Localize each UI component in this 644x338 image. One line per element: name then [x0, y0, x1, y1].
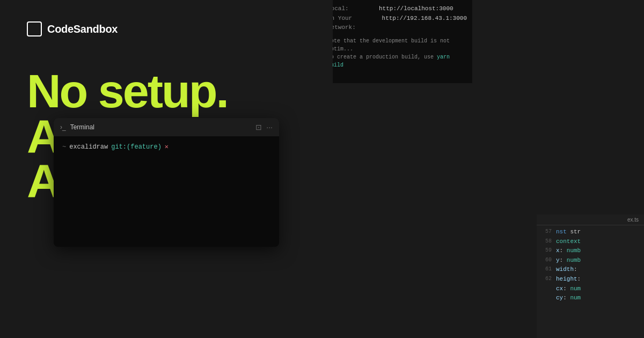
terminal-title-area: ›_ Terminal — [60, 123, 94, 131]
code-line: 61 width: — [541, 265, 640, 275]
network-url-line: On Your Network: http://192.168.43.1:300… — [327, 14, 467, 33]
terminal-panel: ›_ Terminal ⊡ ··· ~ excalidraw git:(feat… — [54, 118, 279, 247]
terminal-header: ›_ Terminal ⊡ ··· — [54, 118, 279, 136]
dev-server-note: Note that the development build is not o… — [327, 37, 467, 69]
prompt-path-text: excalidraw — [69, 143, 108, 151]
code-line: cx: num — [541, 284, 640, 294]
terminal-prompt-line: ~ excalidraw git:(feature) ✕ — [62, 143, 270, 151]
code-line: 57 nst str — [541, 227, 640, 237]
local-label: Local: — [327, 4, 376, 14]
note-line-2: To create a production build, use yarn b… — [327, 53, 467, 69]
code-line: cy: num — [541, 293, 640, 303]
code-editor-panel: ex.ts 57 nst str 58 context 59 x: numb 6… — [537, 215, 644, 338]
dev-server-content: Local: http://localhost:3000 On Your Net… — [322, 0, 472, 74]
prompt-x-text: ✕ — [165, 143, 169, 151]
hero-line-1: No setup. — [27, 69, 306, 114]
logo-text: CodeSandbox — [47, 23, 118, 35]
network-label: On Your Network: — [327, 14, 379, 33]
logo-container: CodeSandbox — [27, 21, 306, 36]
prompt-arrow-icon: ~ — [62, 143, 66, 151]
logo-box-icon — [27, 21, 42, 36]
terminal-prompt-icon: ›_ — [60, 123, 66, 131]
code-line: 58 context — [541, 237, 640, 247]
code-filename: ex.ts — [537, 215, 644, 225]
terminal-title-text: Terminal — [70, 123, 94, 131]
terminal-more-button[interactable]: ··· — [266, 123, 273, 131]
code-line: 60 y: numb — [541, 256, 640, 266]
network-url: http://192.168.43.1:3000 — [382, 14, 467, 33]
local-url-line: Local: http://localhost:3000 — [327, 4, 467, 14]
terminal-expand-button[interactable]: ⊡ — [255, 123, 262, 131]
terminal-controls: ⊡ ··· — [255, 123, 273, 131]
dev-server-panel: Local: http://localhost:3000 On Your Net… — [322, 0, 472, 83]
code-content: 57 nst str 58 context 59 x: numb 60 y: n… — [537, 225, 644, 305]
code-line: 62 height: — [541, 275, 640, 284]
code-line: 59 x: numb — [541, 246, 640, 256]
local-url: http://localhost:3000 — [379, 4, 453, 14]
terminal-body: ~ excalidraw git:(feature) ✕ — [54, 136, 279, 157]
prompt-branch-text: git:(feature) — [111, 143, 162, 151]
note-line-1: Note that the development build is not o… — [327, 37, 467, 53]
